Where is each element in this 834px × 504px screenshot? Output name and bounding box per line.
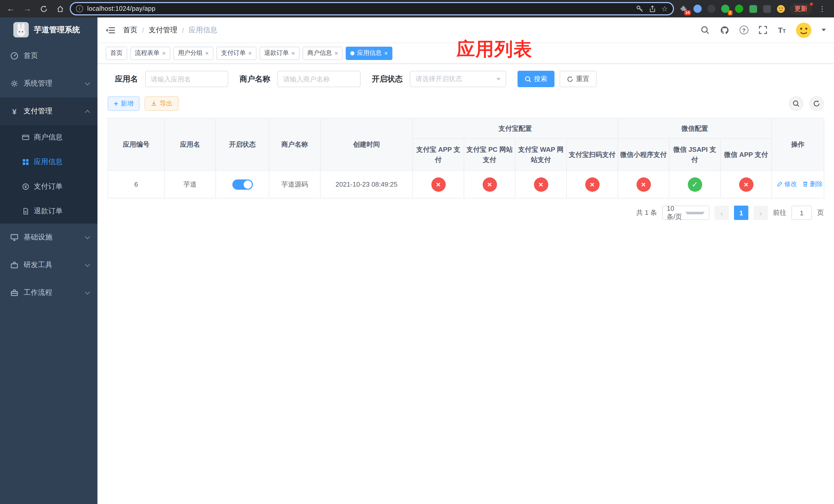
tag-process-form[interactable]: 流程表单×	[130, 46, 170, 60]
help-icon[interactable]: ?	[739, 26, 748, 35]
sidebar-item-refund-order[interactable]: 退款订单	[0, 199, 97, 224]
tag-pay-order[interactable]: 支付订单×	[216, 46, 257, 60]
edit-link[interactable]: 修改	[776, 180, 797, 189]
forward-icon[interactable]: →	[21, 2, 34, 15]
trash-icon	[802, 181, 808, 187]
tag-merchant-info[interactable]: 商户信息×	[303, 46, 343, 60]
app-name-input[interactable]	[145, 71, 228, 87]
font-size-icon[interactable]: TT	[778, 26, 786, 34]
close-icon[interactable]: ×	[334, 50, 338, 56]
col-merchant[interactable]: 商户名称	[269, 118, 320, 170]
apps-table: 应用编号 应用名 开启状态 商户名称 创建时间 支付宝配置 微信配置 操作 支付…	[108, 118, 824, 199]
merchant-name-input[interactable]	[278, 71, 360, 87]
chevron-down-icon	[85, 234, 90, 239]
col-alipay-qr[interactable]: 支付宝扫码支付	[567, 139, 618, 170]
sidebar-item-app-info[interactable]: 应用信息	[0, 150, 97, 174]
col-wx-mini[interactable]: 微信小程序支付	[618, 139, 669, 170]
goto-label: 前往	[773, 208, 786, 217]
close-icon[interactable]: ×	[248, 50, 252, 56]
extension-badge: 1	[728, 10, 732, 15]
close-icon[interactable]: ×	[291, 50, 295, 56]
sidebar-item-workflow[interactable]: 工作流程	[0, 279, 97, 306]
extension-puzzle-icon[interactable]: 10	[679, 4, 688, 13]
share-icon[interactable]	[649, 5, 656, 13]
table-toolbar: + 新增 导出	[108, 96, 824, 111]
tag-app-info[interactable]: 应用信息×	[346, 46, 392, 60]
col-alipay-pc[interactable]: 支付宝 PC 网站支付	[464, 139, 515, 170]
sidebar: 芋道管理系统 首页 系统管理 ¥ 支付管理	[0, 18, 97, 504]
chevron-down-icon[interactable]	[822, 29, 826, 31]
site-info-icon[interactable]: i	[76, 5, 83, 12]
enable-toggle[interactable]	[232, 179, 253, 189]
tag-user-group[interactable]: 用户分组×	[173, 46, 213, 60]
page-size-select[interactable]: 10条/页	[662, 206, 709, 220]
sidebar-item-home[interactable]: 首页	[0, 42, 97, 70]
breadcrumb-separator: /	[142, 26, 144, 34]
sidebar-item-label: 支付管理	[24, 107, 81, 116]
sidebar-item-payment[interactable]: ¥ 支付管理	[0, 97, 97, 125]
search-icon[interactable]	[700, 25, 710, 35]
goto-page-input[interactable]	[791, 206, 812, 220]
col-status[interactable]: 开启状态	[216, 118, 269, 170]
tag-home[interactable]: 首页	[106, 46, 127, 60]
sidebar-item-system[interactable]: 系统管理	[0, 70, 97, 97]
search-button[interactable]: 搜索	[518, 71, 554, 87]
add-button[interactable]: + 新增	[108, 96, 139, 111]
col-wx-jsapi[interactable]: 微信 JSAPI 支付	[669, 139, 720, 170]
col-alipay-app[interactable]: 支付宝 APP 支付	[413, 139, 464, 170]
reset-button[interactable]: 重置	[559, 71, 596, 87]
prev-page-button[interactable]: ‹	[715, 206, 729, 220]
status-label: 开启状态	[372, 74, 403, 84]
url-text[interactable]: localhost:1024/pay/app	[87, 5, 632, 12]
extension-wechat-icon[interactable]	[734, 4, 744, 13]
next-page-button[interactable]: ›	[753, 206, 768, 220]
extension-puzzle-dark-icon[interactable]	[762, 4, 771, 13]
home-icon[interactable]	[53, 2, 67, 15]
extension-book-icon[interactable]	[748, 4, 758, 13]
extension-blue-icon[interactable]	[693, 4, 702, 13]
back-icon[interactable]: ←	[4, 2, 18, 15]
col-app-id[interactable]: 应用编号	[108, 118, 164, 170]
extension-green-badge-icon[interactable]: 1	[721, 4, 730, 13]
refresh-button[interactable]	[809, 96, 824, 111]
bookmark-star-icon[interactable]: ☆	[661, 5, 668, 13]
alipay-pc-status-icon: ×	[482, 177, 497, 191]
browser-menu-icon[interactable]: ⋮	[816, 5, 828, 13]
fullscreen-icon[interactable]	[758, 25, 768, 35]
delete-link[interactable]: 删除	[802, 180, 823, 189]
breadcrumb-payment[interactable]: 支付管理	[149, 25, 177, 35]
sidebar-item-pay-order[interactable]: 支付订单	[0, 174, 97, 199]
status-select[interactable]: 请选择开启状态	[410, 71, 506, 87]
alipay-qr-status-icon: ×	[585, 177, 599, 191]
close-icon[interactable]: ×	[205, 50, 209, 56]
sidebar-item-infrastructure[interactable]: 基础设施	[0, 224, 97, 251]
close-icon[interactable]: ×	[384, 50, 388, 56]
breadcrumb-home[interactable]: 首页	[123, 25, 137, 35]
password-key-icon[interactable]	[636, 5, 644, 13]
alipay-wap-status-icon: ×	[534, 177, 548, 191]
wx-jsapi-status-icon: ✓	[687, 177, 702, 191]
extension-dark-icon[interactable]	[707, 4, 716, 13]
col-created[interactable]: 创建时间	[320, 118, 413, 170]
browser-update-button[interactable]: 更新	[790, 3, 812, 15]
toggle-search-button[interactable]	[789, 96, 803, 111]
sidebar-fold-icon[interactable]	[106, 25, 116, 35]
app-logo[interactable]: 芋道管理系统	[0, 18, 97, 42]
github-icon[interactable]	[720, 25, 729, 35]
col-alipay-wap[interactable]: 支付宝 WAP 网站支付	[515, 139, 567, 170]
user-avatar[interactable]	[796, 22, 811, 38]
address-bar[interactable]: i localhost:1024/pay/app ☆	[70, 2, 674, 15]
sidebar-item-dev-tools[interactable]: 研发工具	[0, 251, 97, 279]
sidebar-item-label: 研发工具	[24, 260, 81, 270]
col-wx-app[interactable]: 微信 APP 支付	[720, 139, 772, 170]
export-button[interactable]: 导出	[145, 96, 178, 111]
sidebar-item-merchant-info[interactable]: 商户信息	[0, 125, 97, 150]
page-number-button[interactable]: 1	[734, 206, 748, 220]
chevron-down-icon	[685, 211, 705, 214]
tag-refund-order[interactable]: 退款订单×	[260, 46, 300, 60]
reload-icon[interactable]	[37, 2, 50, 15]
overlay-title: 应用列表	[457, 37, 532, 62]
extension-emoji-icon[interactable]	[776, 4, 785, 13]
col-app-name[interactable]: 应用名	[164, 118, 216, 170]
close-icon[interactable]: ×	[162, 50, 166, 56]
